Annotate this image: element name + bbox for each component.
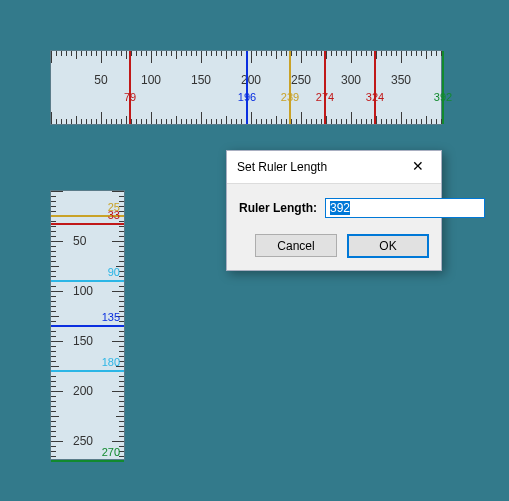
hruler-tick: [176, 116, 177, 124]
horizontal-ruler[interactable]: 5010015020025030035079196239274324392: [50, 50, 442, 125]
hruler-tick: [261, 51, 262, 56]
ruler-length-input[interactable]: [325, 198, 485, 218]
vruler-tick: [51, 236, 56, 237]
vruler-marker-label: 90: [108, 266, 120, 278]
hruler-tick: [196, 119, 197, 124]
vruler-tick: [51, 221, 56, 222]
hruler-tick: [156, 119, 157, 124]
hruler-tick: [221, 51, 222, 56]
vruler-marker[interactable]: 180: [51, 370, 124, 372]
hruler-tick: [221, 119, 222, 124]
vruler-tick: [51, 411, 56, 412]
vruler-tick: [51, 406, 56, 407]
vruler-tick: [51, 351, 56, 352]
hruler-tick: [306, 119, 307, 124]
vruler-tick: [51, 231, 56, 232]
hruler-tick: [316, 119, 317, 124]
vruler-marker[interactable]: 270: [51, 460, 124, 462]
vruler-tick: [119, 236, 124, 237]
vruler-tick: [51, 201, 56, 202]
vruler-tick: [51, 261, 56, 262]
hruler-tick: [361, 119, 362, 124]
hruler-tick: [386, 51, 387, 56]
vruler-label: 200: [73, 384, 93, 398]
hruler-tick: [181, 51, 182, 56]
hruler-tick: [121, 51, 122, 56]
hruler-tick: [406, 51, 407, 56]
hruler-tick: [136, 51, 137, 56]
hruler-marker[interactable]: 392: [442, 51, 444, 124]
vruler-tick: [51, 286, 56, 287]
hruler-tick: [321, 119, 322, 124]
vruler-marker-label: 135: [102, 311, 120, 323]
hruler-tick: [336, 51, 337, 56]
vruler-tick: [112, 191, 124, 192]
vruler-marker[interactable]: 135: [51, 325, 124, 327]
vruler-marker-label: 180: [102, 356, 120, 368]
vruler-tick: [112, 441, 124, 442]
hruler-tick: [426, 116, 427, 124]
hruler-tick: [401, 51, 402, 63]
hruler-tick: [411, 51, 412, 56]
set-ruler-length-dialog[interactable]: Set Ruler Length ✕ Ruler Length: Cancel …: [226, 150, 442, 271]
hruler-tick: [396, 51, 397, 56]
hruler-tick: [331, 119, 332, 124]
vruler-tick: [119, 261, 124, 262]
vruler-tick: [51, 366, 59, 367]
hruler-tick: [236, 51, 237, 56]
vruler-tick: [51, 451, 56, 452]
vruler-tick: [51, 426, 56, 427]
hruler-tick: [201, 51, 202, 63]
vruler-tick: [119, 221, 124, 222]
close-icon[interactable]: ✕: [403, 157, 433, 177]
vertical-ruler[interactable]: 50100150200250253390135180270: [50, 190, 125, 460]
hruler-tick: [101, 51, 102, 63]
hruler-marker[interactable]: 274: [324, 51, 326, 124]
hruler-marker[interactable]: 79: [129, 51, 131, 124]
hruler-marker[interactable]: 239: [289, 51, 291, 124]
hruler-tick: [106, 51, 107, 56]
hruler-tick: [111, 119, 112, 124]
hruler-label: 300: [341, 73, 361, 87]
vruler-tick: [51, 396, 56, 397]
hruler-tick: [161, 119, 162, 124]
vruler-tick: [119, 386, 124, 387]
vruler-tick: [51, 361, 56, 362]
vruler-tick: [51, 376, 56, 377]
vruler-tick: [51, 381, 56, 382]
vruler-tick: [119, 351, 124, 352]
hruler-tick: [176, 51, 177, 59]
hruler-tick: [91, 51, 92, 56]
vruler-tick: [51, 256, 56, 257]
vruler-marker[interactable]: 90: [51, 280, 124, 282]
cancel-button[interactable]: Cancel: [255, 234, 337, 257]
hruler-tick: [421, 51, 422, 56]
vruler-marker[interactable]: 33: [51, 223, 124, 225]
hruler-tick: [276, 116, 277, 124]
ruler-length-row: Ruler Length:: [239, 198, 429, 218]
hruler-tick: [241, 51, 242, 56]
hruler-tick: [296, 51, 297, 56]
hruler-tick: [281, 51, 282, 56]
ok-button[interactable]: OK: [347, 234, 429, 258]
vruler-marker-label: 270: [102, 446, 120, 458]
hruler-tick: [81, 51, 82, 56]
vruler-tick: [51, 341, 63, 342]
dialog-titlebar[interactable]: Set Ruler Length ✕: [227, 151, 441, 184]
hruler-marker[interactable]: 324: [374, 51, 376, 124]
hruler-tick: [266, 119, 267, 124]
hruler-tick: [306, 51, 307, 56]
hruler-marker[interactable]: 196: [246, 51, 248, 124]
hruler-tick: [406, 119, 407, 124]
hruler-tick: [361, 51, 362, 56]
hruler-tick: [321, 51, 322, 56]
vruler-tick: [112, 341, 124, 342]
vruler-tick: [119, 426, 124, 427]
hruler-tick: [416, 51, 417, 56]
hruler-tick: [291, 119, 292, 124]
hruler-tick: [101, 112, 102, 124]
hruler-tick: [261, 119, 262, 124]
hruler-tick: [276, 51, 277, 59]
hruler-tick: [256, 119, 257, 124]
vruler-tick: [112, 241, 124, 242]
